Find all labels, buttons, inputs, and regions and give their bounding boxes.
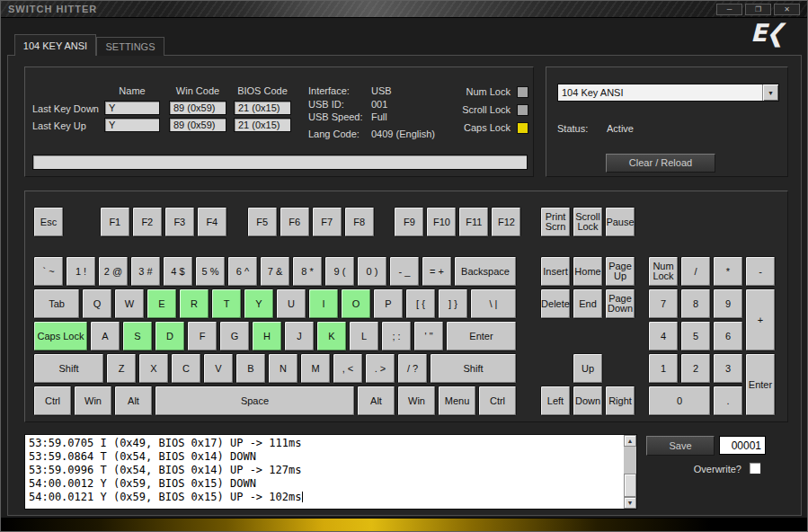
key-tab[interactable]: Tab	[33, 288, 80, 319]
key-h[interactable]: H	[252, 321, 282, 351]
key-numpad-minus[interactable]: -	[745, 256, 776, 287]
key-9[interactable]: 9 (	[324, 256, 355, 287]
key-alt-right[interactable]: Alt	[357, 386, 395, 416]
key-bracket-open[interactable]: [ {	[405, 288, 436, 319]
key-g[interactable]: G	[219, 321, 250, 351]
layout-dropdown-button[interactable]: ▼	[762, 84, 778, 101]
key-arrow-up[interactable]: Up	[573, 353, 603, 384]
key-4[interactable]: 4 $	[163, 256, 193, 287]
scrollbar-track[interactable]	[624, 447, 636, 497]
key-numpad-decimal[interactable]: .	[713, 386, 743, 416]
key-m[interactable]: M	[300, 353, 331, 384]
key-delete[interactable]: Delete	[540, 288, 571, 319]
key-f9[interactable]: F9	[394, 207, 424, 237]
key-s[interactable]: S	[122, 321, 153, 351]
key-arrow-right[interactable]: Right	[605, 386, 635, 416]
key-numpad-9[interactable]: 9	[713, 288, 743, 319]
key-period[interactable]: . >	[365, 353, 395, 384]
key-enter[interactable]: Enter	[446, 321, 517, 351]
key-shift-right[interactable]: Shift	[430, 353, 517, 384]
key-f12[interactable]: F12	[491, 207, 521, 237]
key-1[interactable]: 1 !	[66, 256, 96, 287]
scroll-up-button[interactable]: ▲	[624, 435, 636, 447]
key-arrow-down[interactable]: Down	[573, 386, 603, 416]
key-ctrl-right[interactable]: Ctrl	[478, 386, 517, 416]
key-n[interactable]: N	[268, 353, 298, 384]
key-space[interactable]: Space	[155, 386, 355, 416]
key-f11[interactable]: F11	[458, 207, 489, 237]
key-slash[interactable]: / ?	[397, 353, 428, 384]
key-page-up[interactable]: Page Up	[605, 256, 635, 287]
key-7[interactable]: 7 &	[260, 256, 290, 287]
key-f7[interactable]: F7	[312, 207, 342, 237]
key-page-down[interactable]: Page Down	[605, 288, 635, 319]
key-win-left[interactable]: Win	[74, 386, 112, 416]
key-numpad-8[interactable]: 8	[680, 288, 711, 319]
key-f3[interactable]: F3	[164, 207, 195, 237]
key-8[interactable]: 8 *	[292, 256, 323, 287]
tab-settings[interactable]: SETTINGS	[96, 37, 164, 56]
key-ctrl-left[interactable]: Ctrl	[33, 386, 72, 416]
key-numpad-7[interactable]: 7	[648, 288, 679, 319]
key-numpad-6[interactable]: 6	[713, 321, 743, 351]
log-scrollbar[interactable]: ▲ ▼	[624, 435, 636, 509]
key-backtick[interactable]: ` ~	[33, 256, 64, 287]
key-esc[interactable]: Esc	[33, 207, 64, 237]
scrollbar-thumb[interactable]	[624, 474, 636, 497]
key-numpad-2[interactable]: 2	[680, 353, 711, 384]
key-d[interactable]: D	[155, 321, 185, 351]
save-button[interactable]: Save	[646, 436, 715, 456]
key-numpad-1[interactable]: 1	[648, 353, 679, 384]
key-2[interactable]: 2 @	[98, 256, 129, 287]
key-print-screen[interactable]: Print Scrn	[540, 207, 571, 237]
key-minus[interactable]: - _	[389, 256, 420, 287]
key-backspace[interactable]: Backspace	[454, 256, 517, 287]
key-x[interactable]: X	[138, 353, 169, 384]
maximize-button[interactable]: ❐	[745, 4, 771, 15]
tab-104-key-ansi[interactable]: 104 KEY ANSI	[14, 34, 96, 56]
overwrite-checkbox[interactable]	[749, 462, 761, 474]
key-r[interactable]: R	[179, 288, 209, 319]
key-win-right[interactable]: Win	[397, 386, 436, 416]
log-output[interactable]: 53:59.0705 I (0x49, BIOS 0x17) UP -> 111…	[24, 434, 637, 510]
key-o[interactable]: O	[341, 288, 371, 319]
key-shift-left[interactable]: Shift	[33, 353, 104, 384]
minimize-button[interactable]: ─	[716, 4, 742, 15]
titlebar[interactable]: SWITCH HITTER ─ ❐ ✕	[1, 1, 807, 18]
key-f6[interactable]: F6	[280, 207, 310, 237]
close-button[interactable]: ✕	[774, 4, 800, 15]
key-comma[interactable]: , <	[333, 353, 363, 384]
key-caps-lock[interactable]: Caps Lock	[33, 321, 88, 351]
typing-test-input[interactable]	[32, 155, 528, 170]
key-semicolon[interactable]: ; :	[381, 321, 412, 351]
key-bracket-close[interactable]: ] }	[438, 288, 468, 319]
key-numpad-5[interactable]: 5	[680, 321, 711, 351]
key-t[interactable]: T	[211, 288, 242, 319]
scroll-down-button[interactable]: ▼	[624, 497, 636, 509]
key-end[interactable]: End	[573, 288, 603, 319]
key-e[interactable]: E	[147, 288, 177, 319]
key-alt-left[interactable]: Alt	[114, 386, 153, 416]
key-z[interactable]: Z	[106, 353, 137, 384]
key-numpad-multiply[interactable]: *	[713, 256, 743, 287]
key-f1[interactable]: F1	[100, 207, 130, 237]
key-5[interactable]: 5 %	[195, 256, 226, 287]
key-i[interactable]: I	[308, 288, 339, 319]
key-a[interactable]: A	[90, 321, 120, 351]
key-f10[interactable]: F10	[426, 207, 457, 237]
key-f4[interactable]: F4	[197, 207, 227, 237]
key-home[interactable]: Home	[573, 256, 603, 287]
clear-reload-button[interactable]: Clear / Reload	[606, 154, 715, 173]
key-equals[interactable]: = +	[422, 256, 452, 287]
key-l[interactable]: L	[349, 321, 379, 351]
key-numpad-0[interactable]: 0	[648, 386, 711, 416]
key-f[interactable]: F	[187, 321, 218, 351]
key-scroll-lock[interactable]: Scroll Lock	[573, 207, 603, 237]
key-f2[interactable]: F2	[132, 207, 163, 237]
key-v[interactable]: V	[203, 353, 234, 384]
key-quote[interactable]: ' "	[413, 321, 444, 351]
key-numpad-4[interactable]: 4	[648, 321, 679, 351]
key-y[interactable]: Y	[244, 288, 274, 319]
key-p[interactable]: P	[373, 288, 404, 319]
key-u[interactable]: U	[276, 288, 306, 319]
